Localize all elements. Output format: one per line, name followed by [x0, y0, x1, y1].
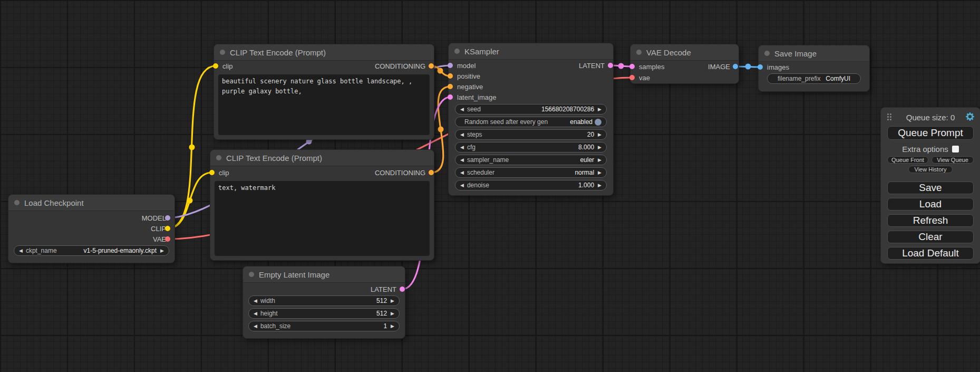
decrement-arrow-icon[interactable]: ◀: [460, 183, 464, 188]
widget-value: v1-5-pruned-emaonly.ckpt: [84, 247, 157, 254]
extra-options-checkbox[interactable]: [952, 146, 959, 152]
gear-icon[interactable]: [965, 112, 975, 121]
widget-value: 20: [587, 131, 594, 138]
decrement-arrow-icon[interactable]: ◀: [254, 311, 257, 316]
collapse-dot-icon[interactable]: [220, 50, 225, 55]
scheduler-widget[interactable]: ◀ scheduler normal ▶: [455, 167, 607, 178]
filename-prefix-widget[interactable]: filename_prefix ComfyUI: [767, 73, 861, 84]
increment-arrow-icon[interactable]: ▶: [598, 132, 601, 137]
increment-arrow-icon[interactable]: ▶: [598, 170, 601, 175]
input-label-clip: clip: [219, 169, 229, 177]
node-title: KSampler: [464, 47, 499, 56]
node-clip-text-encode-positive[interactable]: CLIP Text Encode (Prompt) clip CONDITION…: [214, 44, 434, 140]
collapse-dot-icon[interactable]: [216, 155, 221, 160]
collapse-dot-icon[interactable]: [249, 272, 254, 277]
denoise-widget[interactable]: ◀ denoise 1.000 ▶: [455, 180, 607, 190]
seed-widget[interactable]: ◀ seed 156680208700286 ▶: [455, 104, 607, 115]
load-button[interactable]: Load: [887, 198, 974, 211]
steps-widget[interactable]: ◀ steps 20 ▶: [455, 129, 607, 140]
output-label-clip: CLIP: [151, 225, 166, 233]
prompt-textarea[interactable]: text, watermark: [215, 181, 430, 256]
widget-label: seed: [467, 106, 481, 113]
increment-arrow-icon[interactable]: ▶: [160, 249, 164, 253]
node-save-image[interactable]: Save Image images filename_prefix ComfyU…: [758, 45, 870, 92]
collapse-dot-icon[interactable]: [454, 49, 460, 54]
decrement-arrow-icon[interactable]: ◀: [460, 145, 464, 150]
widget-value: normal: [575, 169, 594, 176]
decrement-arrow-icon[interactable]: ◀: [19, 249, 23, 253]
increment-arrow-icon[interactable]: ▶: [391, 299, 394, 303]
input-label-latent-image: latent_image: [457, 93, 496, 102]
node-titlebar[interactable]: CLIP Text Encode (Prompt): [210, 150, 434, 166]
cfg-widget[interactable]: ◀ cfg 8.000 ▶: [455, 142, 607, 152]
increment-arrow-icon[interactable]: ▶: [391, 311, 394, 316]
link-dot: [618, 63, 624, 69]
input-label-clip: clip: [222, 62, 233, 71]
width-widget[interactable]: ◀ width 512 ▶: [248, 295, 400, 306]
increment-arrow-icon[interactable]: ▶: [598, 183, 601, 188]
node-title: Save Image: [774, 49, 817, 58]
queue-front-button[interactable]: Queue Front: [887, 156, 928, 164]
queue-prompt-button[interactable]: Queue Prompt: [887, 126, 974, 140]
widget-label: cfg: [467, 144, 476, 151]
output-label-model: MODEL: [142, 214, 166, 223]
input-label-vae: vae: [639, 74, 650, 82]
save-button[interactable]: Save: [887, 182, 974, 194]
widget-value: euler: [580, 156, 594, 164]
prompt-textarea[interactable]: beautiful scenery nature glass bottle la…: [218, 74, 430, 135]
refresh-button[interactable]: Refresh: [887, 214, 974, 227]
node-ksampler[interactable]: KSampler model positive negative latent_…: [448, 43, 614, 196]
batch-size-widget[interactable]: ◀ batch_size 1 ▶: [248, 321, 400, 331]
decrement-arrow-icon[interactable]: ◀: [460, 170, 464, 175]
widget-label: width: [260, 297, 275, 304]
node-empty-latent-image[interactable]: Empty Latent Image LATENT ◀ width 512 ▶ …: [242, 266, 405, 339]
node-load-checkpoint[interactable]: Load Checkpoint MODEL CLIP VAE ◀ ckpt_na…: [8, 194, 175, 263]
random-seed-toggle-widget[interactable]: Random seed after every gen enabled: [455, 117, 607, 127]
node-title: Load Checkpoint: [24, 198, 84, 207]
node-titlebar[interactable]: VAE Decode: [630, 44, 739, 61]
output-label-latent: LATENT: [579, 62, 605, 70]
node-clip-text-encode-negative[interactable]: CLIP Text Encode (Prompt) clip CONDITION…: [210, 149, 434, 261]
toggle-circle-icon[interactable]: [595, 119, 601, 126]
decrement-arrow-icon[interactable]: ◀: [460, 132, 464, 137]
view-history-button[interactable]: View History: [908, 166, 953, 173]
widget-label: filename_prefix: [778, 75, 820, 82]
load-default-button[interactable]: Load Default: [887, 247, 974, 260]
decrement-arrow-icon[interactable]: ◀: [460, 158, 464, 163]
input-label-samples: samples: [639, 63, 664, 71]
clear-button[interactable]: Clear: [887, 231, 974, 243]
increment-arrow-icon[interactable]: ▶: [391, 324, 394, 329]
input-label-positive: positive: [457, 72, 480, 81]
sampler-name-widget[interactable]: ◀ sampler_name euler ▶: [455, 155, 607, 165]
collapse-dot-icon[interactable]: [764, 51, 770, 56]
node-titlebar[interactable]: CLIP Text Encode (Prompt): [214, 44, 434, 61]
widget-value: 8.000: [578, 144, 594, 151]
node-vae-decode[interactable]: VAE Decode samples vae IMAGE: [630, 44, 739, 84]
height-widget[interactable]: ◀ height 512 ▶: [248, 308, 400, 319]
widget-value: 512: [376, 310, 387, 317]
decrement-arrow-icon[interactable]: ◀: [460, 107, 464, 112]
node-titlebar[interactable]: Load Checkpoint: [8, 195, 174, 211]
widget-label: scheduler: [467, 169, 494, 176]
collapse-dot-icon[interactable]: [636, 50, 642, 55]
output-label-image: IMAGE: [708, 63, 730, 71]
widget-label: steps: [467, 131, 482, 138]
widget-value: 1: [383, 322, 387, 330]
node-titlebar[interactable]: KSampler: [449, 43, 613, 60]
increment-arrow-icon[interactable]: ▶: [598, 107, 601, 112]
ckpt-name-widget[interactable]: ◀ ckpt_name v1-5-pruned-emaonly.ckpt ▶: [14, 245, 169, 256]
extra-options-label: Extra options: [902, 145, 948, 154]
view-queue-button[interactable]: View Queue: [932, 156, 974, 164]
output-label-conditioning: CONDITIONING: [375, 62, 425, 71]
node-titlebar[interactable]: Empty Latent Image: [243, 266, 405, 283]
decrement-arrow-icon[interactable]: ◀: [254, 324, 257, 329]
collapse-dot-icon[interactable]: [14, 200, 20, 205]
node-graph-canvas[interactable]: Load Checkpoint MODEL CLIP VAE ◀ ckpt_na…: [0, 0, 980, 372]
node-titlebar[interactable]: Save Image: [759, 45, 869, 62]
widget-label: height: [260, 310, 278, 317]
increment-arrow-icon[interactable]: ▶: [598, 158, 601, 163]
node-title: CLIP Text Encode (Prompt): [230, 48, 326, 57]
decrement-arrow-icon[interactable]: ◀: [254, 299, 257, 303]
increment-arrow-icon[interactable]: ▶: [598, 145, 601, 150]
output-label-conditioning: CONDITIONING: [375, 169, 425, 177]
